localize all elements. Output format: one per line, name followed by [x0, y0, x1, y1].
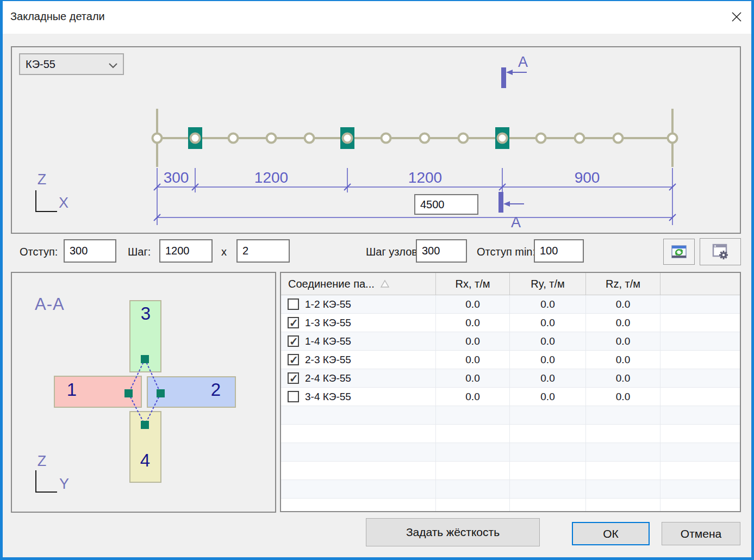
ry-value: 0.0: [510, 295, 586, 313]
section-marker-top: A: [501, 54, 528, 88]
axis-z-label-section: Z: [38, 453, 47, 469]
refresh-window-icon: [670, 244, 688, 260]
ry-value: 0.0: [510, 388, 586, 406]
connection-label: 1-2 КЭ-55: [305, 298, 351, 310]
offset-min-input[interactable]: [534, 239, 584, 263]
connection-label: 3-4 КЭ-55: [305, 391, 351, 403]
rx-value: 0.0: [436, 314, 510, 332]
axis-x-label: X: [59, 195, 68, 211]
step-input[interactable]: [159, 239, 213, 263]
column-header-ry[interactable]: Ry, т/м: [510, 273, 586, 295]
titlebar: Закладные детали: [0, 0, 754, 34]
ry-value: 0.0: [510, 332, 586, 350]
chevron-down-icon: [108, 54, 119, 76]
member-2-number: 2: [209, 379, 222, 400]
rz-value: 0.0: [586, 314, 660, 332]
member-3-number: 3: [139, 303, 152, 324]
step-label: Шаг:: [128, 246, 151, 258]
dim-label-1200a: 1200: [254, 169, 288, 186]
cancel-button[interactable]: Отмена: [662, 522, 740, 545]
member-4[interactable]: [129, 411, 161, 483]
ry-value: 0.0: [510, 369, 586, 387]
close-button[interactable]: [725, 7, 748, 27]
column-header-connection[interactable]: Соединение па...: [281, 273, 436, 295]
dim-label-900: 900: [575, 169, 600, 186]
rz-value: 0.0: [586, 369, 660, 387]
set-stiffness-button[interactable]: Задать жёсткость: [366, 518, 540, 546]
dialog-window: Закладные детали: [0, 0, 754, 560]
row-checkbox[interactable]: [288, 391, 299, 402]
empty-row: [281, 462, 740, 480]
table-row[interactable]: 2-4 КЭ-55 0.0 0.0 0.0: [281, 369, 740, 388]
rz-value: 0.0: [586, 388, 660, 406]
row-checkbox[interactable]: [288, 372, 299, 384]
section-axis-indicator: Z Y: [36, 453, 69, 492]
axis-y-label: Y: [59, 476, 69, 492]
node-step-input[interactable]: [416, 239, 467, 263]
connection-label: 1-3 КЭ-55: [305, 317, 351, 329]
row-checkbox[interactable]: [288, 317, 299, 328]
member-2[interactable]: [147, 376, 236, 408]
connection-label: 1-4 КЭ-55: [305, 335, 351, 347]
count-input[interactable]: [236, 239, 290, 263]
offset-min-label: Отступ min:: [477, 246, 535, 258]
column-header-rx[interactable]: Rx, т/м: [436, 273, 510, 295]
window-settings-button[interactable]: [700, 238, 741, 265]
column-header-empty: [660, 273, 740, 295]
member-4-number: 4: [139, 450, 152, 471]
empty-row: [281, 443, 740, 462]
empty-row: [281, 406, 740, 425]
table-row[interactable]: 1-2 КЭ-55 0.0 0.0 0.0: [281, 295, 740, 314]
total-length-input[interactable]: [414, 194, 478, 215]
member-1-number: 1: [65, 379, 78, 400]
rz-value: 0.0: [586, 332, 660, 350]
row-checkbox[interactable]: [288, 354, 299, 365]
times-label: x: [221, 246, 227, 258]
element-type-dropdown[interactable]: КЭ-55: [19, 53, 124, 75]
empty-row: [281, 425, 740, 443]
node-step-label: Шаг узлов:: [366, 246, 420, 258]
connection-label: 2-3 КЭ-55: [305, 354, 351, 366]
dialog-title: Закладные детали: [10, 10, 105, 23]
row-checkbox[interactable]: [288, 298, 299, 310]
rz-value: 0.0: [586, 351, 660, 369]
row-checkbox[interactable]: [288, 335, 299, 347]
rx-value: 0.0: [436, 332, 510, 350]
connections-table: Соединение па... Rx, т/м Ry, т/м Rz, т/м…: [280, 272, 741, 512]
offset-label: Отступ:: [20, 246, 58, 258]
section-marker-bottom: A: [498, 192, 524, 231]
table-header: Соединение па... Rx, т/м Ry, т/м Rz, т/м: [281, 273, 740, 295]
element-type-value: КЭ-55: [26, 58, 55, 71]
column-header-rz[interactable]: Rz, т/м: [586, 273, 660, 295]
connection-label: 2-4 КЭ-55: [305, 372, 351, 384]
table-row[interactable]: 2-3 КЭ-55 0.0 0.0 0.0: [281, 351, 740, 369]
dim-label-300: 300: [164, 169, 189, 186]
section-letter-top: A: [518, 54, 528, 70]
empty-row: [281, 480, 740, 499]
table-row[interactable]: 1-3 КЭ-55 0.0 0.0 0.0: [281, 314, 740, 332]
beam-panel: 300 1200 1200 900: [11, 46, 741, 234]
section-title: A-A: [35, 295, 65, 314]
section-panel: A-A 3 1 2 4 Z Y: [11, 272, 276, 513]
rx-value: 0.0: [436, 295, 510, 313]
ry-value: 0.0: [510, 314, 586, 332]
rz-value: 0.0: [586, 295, 660, 313]
rx-value: 0.0: [436, 351, 510, 369]
table-row[interactable]: 3-4 КЭ-55 0.0 0.0 0.0: [281, 388, 740, 406]
table-row[interactable]: 1-4 КЭ-55 0.0 0.0 0.0: [281, 332, 740, 351]
sort-triangle-icon: [380, 279, 390, 288]
axis-z-label: Z: [38, 171, 47, 188]
empty-row: [281, 499, 740, 512]
rx-value: 0.0: [436, 369, 510, 387]
close-icon: [730, 10, 743, 23]
ok-button[interactable]: ОК: [572, 522, 650, 545]
dim-label-1200b: 1200: [408, 169, 442, 186]
refresh-button[interactable]: [663, 239, 695, 265]
window-gear-icon: [711, 243, 730, 260]
beam-axis-indicator: Z X: [36, 171, 68, 211]
section-letter-bottom: A: [511, 214, 521, 231]
ry-value: 0.0: [510, 351, 586, 369]
beam-diagram: 300 1200 1200 900: [12, 47, 740, 233]
offset-input[interactable]: [64, 239, 116, 263]
rx-value: 0.0: [436, 388, 510, 406]
